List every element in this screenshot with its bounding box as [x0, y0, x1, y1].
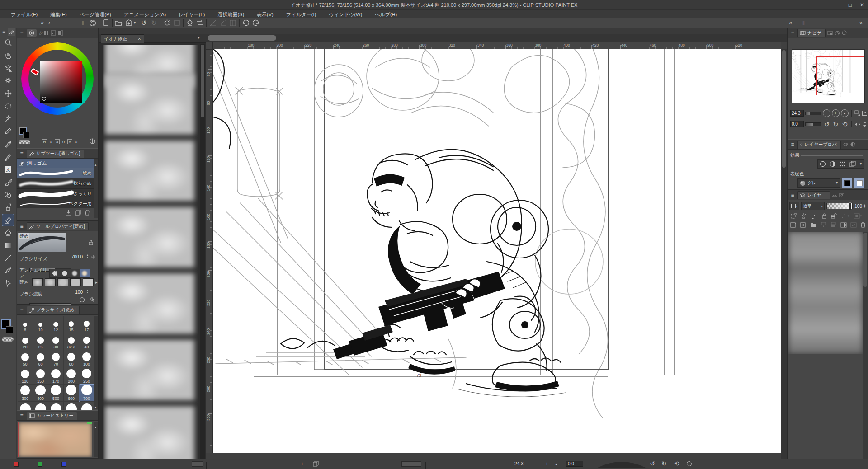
new-raster-layer-icon[interactable] [790, 222, 797, 228]
new-page-button[interactable] [101, 19, 111, 27]
brush-size-option[interactable]: 8 [18, 316, 33, 333]
brush-size-option[interactable]: 250 [79, 367, 94, 385]
move-tool[interactable] [2, 88, 14, 99]
view-rotate-right-icon[interactable] [251, 19, 261, 27]
snap-special-ruler-button[interactable] [218, 19, 228, 27]
subtool-scrollbar[interactable]: ▴ [94, 159, 98, 218]
artwork[interactable] [213, 49, 781, 453]
delete-layer-icon[interactable] [860, 222, 866, 228]
expression-white-swatch[interactable] [854, 178, 864, 188]
eraser-tool[interactable] [2, 214, 14, 226]
page-thumbnail[interactable] [104, 206, 195, 268]
density-value[interactable]: 100 [75, 290, 83, 295]
preview-lock-icon[interactable] [88, 239, 94, 245]
color-history-swatches[interactable] [18, 422, 92, 457]
subtool-delete-icon[interactable] [85, 210, 90, 216]
menu-item-9[interactable]: ヘルプ(H) [368, 10, 403, 19]
toolprop-wrench-icon[interactable] [89, 297, 94, 303]
transparent-color-swatch[interactable] [2, 337, 14, 342]
close-button[interactable]: ✕ [860, 2, 864, 8]
layer-list-scrollbar[interactable] [863, 232, 868, 467]
menu-item-8[interactable]: ウィンドウ(W) [322, 10, 368, 19]
tool-strip-menu-icon[interactable]: ≡ [0, 28, 8, 36]
aa-weak-option[interactable] [60, 269, 70, 277]
color-mixer-icon[interactable] [90, 138, 95, 144]
wheel-transparent-chip[interactable] [19, 140, 30, 144]
status-color-chip-1[interactable] [38, 462, 42, 467]
brush-size-option[interactable]: 50 [18, 350, 33, 367]
layer-menu-icon[interactable]: ≡ [789, 192, 796, 198]
brush-size-option[interactable]: 32.3 [64, 333, 79, 350]
dock-collapse-right-icon[interactable]: » [859, 20, 863, 26]
transfer-to-lower-icon[interactable] [821, 222, 827, 228]
quick-access-tab-icon[interactable] [835, 31, 840, 35]
color-slider-tab-icon[interactable]: 7̷ [38, 30, 42, 36]
canvas-zoom-slider[interactable] [425, 462, 426, 469]
subtool-item-zakkuri[interactable]: ざっくり [17, 189, 98, 199]
history-menu-icon[interactable]: ≡ [19, 413, 25, 418]
redo-button[interactable]: ↻ [149, 19, 159, 27]
delete-button[interactable] [162, 19, 172, 27]
rotate-right-icon[interactable]: ↻ [832, 121, 840, 127]
brush-size-option[interactable]: 40 [79, 333, 94, 350]
menu-item-0[interactable]: ファイル(F) [5, 10, 44, 19]
draft-layer-icon[interactable] [811, 213, 817, 219]
layerprop-menu-icon[interactable]: ≡ [789, 142, 796, 147]
brushsize-tab[interactable]: ブラシサイズ[硬め] [27, 306, 80, 314]
approximate-color-tab-icon[interactable] [58, 30, 63, 36]
snap-grid-button[interactable] [228, 19, 238, 27]
brush-size-option[interactable]: 20 [18, 333, 33, 350]
color-set-tab-icon[interactable] [43, 30, 49, 36]
history-scrollbar[interactable]: ▴ [94, 422, 98, 457]
layer-search-tab-icon[interactable] [832, 193, 837, 197]
effect-more-icon[interactable]: ▾ [858, 162, 864, 166]
h-scroll-thumb[interactable] [208, 35, 276, 41]
open-file-button[interactable] [114, 19, 124, 27]
menu-item-7[interactable]: フィルター(I) [280, 10, 322, 19]
brush-size-option[interactable]: 200 [64, 367, 79, 385]
maximize-button[interactable]: □ [849, 2, 852, 8]
scroll-down-icon[interactable]: ▾ [94, 406, 98, 409]
zoom-in-button[interactable]: + [832, 109, 840, 117]
brush-size-value[interactable]: 700.0 [71, 254, 83, 259]
subtool-menu-icon[interactable]: ≡ [19, 151, 25, 156]
navigator-menu-icon[interactable]: ≡ [789, 30, 796, 36]
zoom-out-button[interactable]: − [823, 109, 830, 117]
aa-strong-option[interactable] [80, 269, 90, 277]
snap-ruler-button[interactable] [208, 19, 218, 27]
statusbar-rotate-left-icon[interactable]: ↺ [650, 460, 655, 467]
navigator-preview[interactable] [792, 50, 864, 103]
brush-size-stepper[interactable]: ▴▾ [87, 254, 88, 258]
history-tab[interactable]: カラーヒストリー [27, 412, 77, 420]
hardness-option-1[interactable] [32, 278, 43, 286]
brush-size-option[interactable]: 60 [33, 350, 48, 367]
page-thumbnail[interactable] [104, 406, 195, 459]
clip-studio-icon[interactable] [88, 19, 98, 27]
page-list-scroll-thumb[interactable] [201, 45, 204, 117]
subtool-item-yawarakame[interactable]: 軟らかめ [17, 178, 98, 189]
canvas-fit-icon[interactable]: ▪ [555, 461, 557, 467]
operation-tool[interactable] [2, 75, 14, 87]
brush-size-option[interactable]: 100 [79, 350, 94, 367]
effect-layer-color-icon[interactable] [848, 160, 858, 168]
effect-tone-icon[interactable] [828, 160, 838, 168]
brush-size-option[interactable] [48, 402, 64, 410]
opacity-slider-handle[interactable] [849, 202, 851, 210]
rotation-arc-graphic[interactable] [597, 460, 646, 468]
brush-size-option[interactable]: 500 [48, 385, 64, 402]
expression-color-dropdown[interactable]: グレー ▾ [797, 178, 840, 188]
frame-border-tool[interactable] [2, 265, 14, 277]
brush-size-option[interactable]: 300 [18, 385, 33, 402]
brush-size-option[interactable]: 25 [33, 333, 48, 350]
menu-item-4[interactable]: レイヤー(L) [172, 10, 211, 19]
pen-tool[interactable] [2, 138, 14, 150]
navigator-rotation-slider[interactable] [805, 122, 821, 126]
brush-size-option[interactable]: 12 [48, 316, 64, 333]
effect-halftone-icon[interactable] [838, 160, 848, 168]
aa-middle-option[interactable] [70, 269, 80, 277]
brush-size-option[interactable]: 10 [33, 316, 48, 333]
flip-horizontal-icon[interactable] [854, 122, 861, 127]
fill-button[interactable] [185, 19, 195, 27]
intermediate-color-tab-icon[interactable] [51, 30, 56, 36]
navigator-rotation-value[interactable]: 0.0 [790, 121, 804, 127]
